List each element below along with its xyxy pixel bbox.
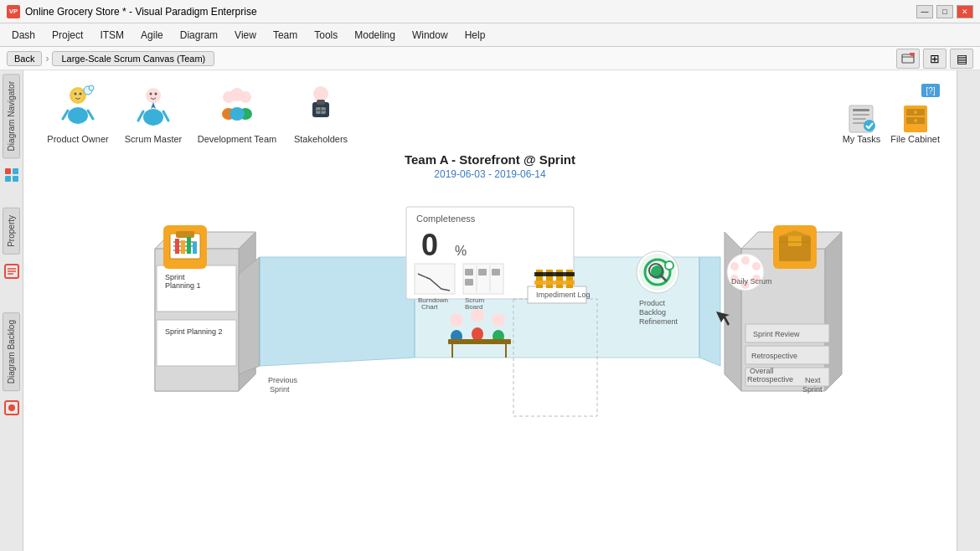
menu-agile[interactable]: Agile bbox=[132, 26, 172, 44]
svg-rect-5 bbox=[5, 176, 11, 182]
back-button[interactable]: Back bbox=[7, 51, 42, 66]
canvas-area: Product Owner bbox=[23, 70, 957, 551]
scrum-master-icon bbox=[130, 84, 177, 131]
my-tasks-label: My Tasks bbox=[843, 134, 881, 144]
svg-point-102 bbox=[492, 313, 505, 327]
svg-text:Completeness: Completeness bbox=[416, 214, 476, 224]
svg-rect-104 bbox=[448, 339, 511, 344]
svg-point-20 bbox=[75, 93, 77, 95]
product-owner-icon bbox=[54, 84, 101, 131]
svg-rect-85 bbox=[415, 264, 455, 294]
sprint-date: 2019-06-03 - 2019-06-14 bbox=[40, 168, 940, 180]
menu-bar: Dash Project ITSM Agile Diagram View Tea… bbox=[0, 23, 980, 47]
menu-team[interactable]: Team bbox=[265, 26, 306, 44]
svg-text:Chart: Chart bbox=[421, 303, 438, 311]
close-button[interactable]: ✕ bbox=[957, 5, 973, 18]
panel-view-button[interactable]: ▤ bbox=[950, 49, 973, 69]
left-sidebar: Diagram Navigator Property Diagram Backl… bbox=[0, 70, 23, 551]
role-product-owner[interactable]: Product Owner bbox=[40, 84, 116, 144]
svg-text:Sprint Planning 2: Sprint Planning 2 bbox=[165, 327, 223, 336]
svg-rect-93 bbox=[492, 269, 500, 276]
sidebar-icon-2[interactable] bbox=[3, 263, 20, 280]
minimize-button[interactable]: — bbox=[916, 5, 933, 18]
svg-rect-113 bbox=[534, 272, 575, 276]
sidebar-tab-diagram-backlog[interactable]: Diagram Backlog bbox=[3, 312, 20, 391]
svg-line-25 bbox=[163, 111, 168, 121]
svg-line-16 bbox=[63, 111, 68, 119]
roles-section: Product Owner bbox=[40, 84, 940, 144]
svg-marker-80 bbox=[699, 257, 720, 366]
title-bar: VP Online Grocery Store * - Visual Parad… bbox=[0, 0, 980, 23]
menu-itsm[interactable]: ITSM bbox=[91, 26, 132, 44]
diagram-svg: Completeness 0 % Burndown Chart bbox=[130, 190, 850, 429]
role-stakeholders[interactable]: Stakeholders bbox=[283, 84, 358, 144]
svg-text:Product: Product bbox=[639, 299, 666, 307]
svg-text:0: 0 bbox=[421, 228, 438, 262]
file-cabinet-tool[interactable]: File Cabinet bbox=[890, 104, 940, 144]
help-button[interactable]: [?] bbox=[921, 84, 940, 97]
sprint-section: Team A - Storefront @ Sprint 2019-06-03 … bbox=[40, 152, 940, 180]
menu-help[interactable]: Help bbox=[456, 26, 494, 44]
product-owner-label: Product Owner bbox=[47, 134, 108, 144]
svg-rect-61 bbox=[176, 231, 194, 238]
right-sidebar bbox=[957, 70, 980, 551]
svg-text:Sprint: Sprint bbox=[802, 385, 823, 394]
sprint-diagram: Completeness 0 % Burndown Chart bbox=[130, 190, 850, 429]
my-tasks-icon bbox=[846, 104, 876, 134]
svg-marker-56 bbox=[239, 257, 260, 374]
svg-point-33 bbox=[230, 88, 244, 101]
svg-text:Retrospective: Retrospective bbox=[747, 375, 793, 384]
svg-rect-43 bbox=[853, 114, 869, 116]
breadcrumb-bar: Back › Large-Scale Scrum Canvas (Team) ⊞… bbox=[0, 47, 980, 70]
sidebar-icon-1[interactable] bbox=[3, 167, 20, 183]
svg-text:Sprint Review: Sprint Review bbox=[753, 330, 800, 338]
svg-point-119 bbox=[665, 261, 673, 270]
svg-rect-37 bbox=[317, 100, 325, 105]
svg-rect-3 bbox=[5, 168, 11, 174]
breadcrumb-separator: › bbox=[45, 53, 49, 64]
role-scrum-master[interactable]: Scrum Master bbox=[116, 84, 191, 144]
menu-modeling[interactable]: Modeling bbox=[346, 26, 404, 44]
svg-text:Backlog: Backlog bbox=[639, 308, 666, 317]
scrum-master-label: Scrum Master bbox=[125, 134, 182, 144]
svg-point-26 bbox=[150, 93, 152, 95]
svg-point-50 bbox=[914, 111, 917, 114]
svg-rect-91 bbox=[465, 269, 473, 276]
grid-view-button[interactable]: ⊞ bbox=[923, 49, 946, 69]
sidebar-icon-3[interactable] bbox=[3, 399, 20, 416]
svg-rect-44 bbox=[853, 118, 866, 120]
svg-text:Daily Scrum: Daily Scrum bbox=[731, 277, 772, 286]
svg-rect-6 bbox=[13, 176, 18, 182]
svg-point-34 bbox=[230, 107, 245, 121]
stakeholders-icon bbox=[297, 84, 344, 131]
svg-point-98 bbox=[450, 313, 463, 327]
svg-point-23 bbox=[143, 109, 163, 126]
menu-tools[interactable]: Tools bbox=[306, 26, 346, 44]
maximize-button[interactable]: □ bbox=[936, 5, 953, 18]
menu-view[interactable]: View bbox=[226, 26, 265, 44]
svg-rect-66 bbox=[181, 240, 185, 254]
svg-rect-68 bbox=[193, 242, 197, 254]
my-tasks-tool[interactable]: My Tasks bbox=[843, 104, 881, 144]
menu-dash[interactable]: Dash bbox=[3, 26, 44, 44]
window-controls[interactable]: — □ ✕ bbox=[916, 5, 973, 18]
sidebar-tab-property[interactable]: Property bbox=[3, 208, 20, 255]
menu-diagram[interactable]: Diagram bbox=[172, 26, 226, 44]
menu-window[interactable]: Window bbox=[404, 26, 456, 44]
main-layout: Diagram Navigator Property Diagram Backl… bbox=[0, 70, 980, 551]
svg-rect-67 bbox=[187, 237, 191, 254]
menu-project[interactable]: Project bbox=[44, 26, 91, 44]
svg-point-51 bbox=[914, 119, 917, 122]
svg-point-100 bbox=[471, 309, 484, 322]
svg-text:Retrospective: Retrospective bbox=[751, 352, 797, 360]
svg-marker-78 bbox=[260, 257, 415, 366]
file-cabinet-icon bbox=[900, 104, 931, 134]
svg-point-19 bbox=[89, 85, 94, 90]
development-team-label: Development Team bbox=[198, 134, 277, 144]
svg-point-22 bbox=[146, 88, 161, 103]
notification-button[interactable] bbox=[896, 49, 920, 69]
file-cabinet-label: File Cabinet bbox=[890, 134, 940, 144]
svg-rect-65 bbox=[175, 239, 179, 254]
sidebar-tab-diagram-navigator[interactable]: Diagram Navigator bbox=[3, 74, 20, 158]
role-development-team[interactable]: Development Team bbox=[191, 84, 283, 144]
